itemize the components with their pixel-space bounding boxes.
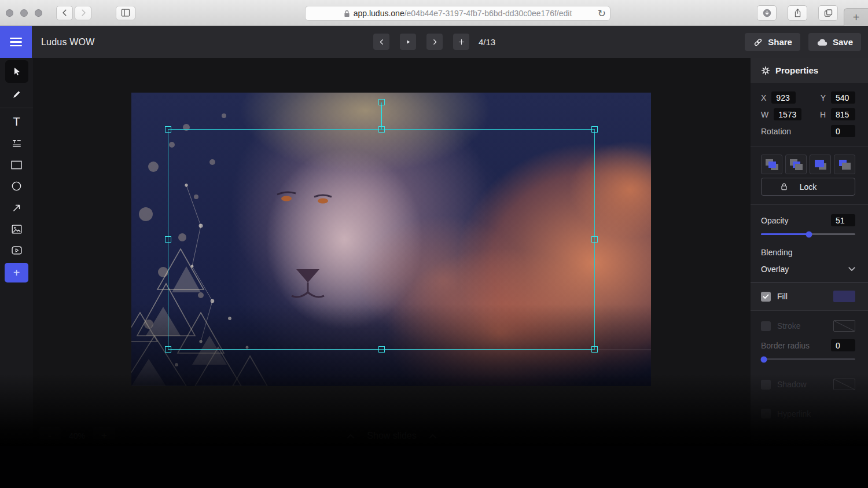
save-button[interactable]: Save xyxy=(808,33,861,51)
fill-color-swatch[interactable] xyxy=(833,291,855,302)
zoom-window-button[interactable] xyxy=(35,9,42,17)
padlock-icon xyxy=(780,182,788,191)
border-radius-label: Border radius xyxy=(761,341,810,350)
next-slide-button[interactable] xyxy=(426,34,443,50)
resize-handle-nw[interactable] xyxy=(165,126,171,133)
sidebar-toggle-button[interactable] xyxy=(116,6,135,20)
chevron-left-icon xyxy=(61,9,69,17)
share-page-button[interactable] xyxy=(788,5,807,21)
bring-forward-button[interactable] xyxy=(785,155,807,174)
editor-workspace[interactable]: - 40% + Show slides xyxy=(33,58,751,446)
shadow-color-swatch[interactable] xyxy=(833,379,855,390)
resize-handle-sw[interactable] xyxy=(165,346,171,353)
add-element-button[interactable]: + xyxy=(5,263,28,282)
text-styles-icon xyxy=(11,138,23,149)
tool-image[interactable] xyxy=(5,218,28,240)
tool-text-styles[interactable] xyxy=(5,133,28,154)
link-icon xyxy=(753,37,763,47)
lock-button[interactable]: Lock xyxy=(761,178,855,196)
layers-icon xyxy=(768,162,776,168)
url-path: /e04b44e7-3197-4fb7-b6bd-dd30c0ee176f/ed… xyxy=(404,9,572,18)
properties-panel: Properties X Y W H xyxy=(751,58,868,446)
x-input[interactable] xyxy=(771,91,796,104)
hyperlink-label: Hyperlink xyxy=(777,409,811,419)
resize-handle-n[interactable] xyxy=(378,126,385,133)
back-button[interactable] xyxy=(56,6,73,20)
resize-handle-ne[interactable] xyxy=(591,126,598,133)
resize-handle-s[interactable] xyxy=(378,346,385,353)
resize-handle-e[interactable] xyxy=(591,236,598,243)
opacity-slider[interactable] xyxy=(761,233,855,235)
rotation-handle[interactable] xyxy=(378,99,385,105)
previous-slide-button[interactable] xyxy=(373,34,389,50)
tabs-overview-button[interactable] xyxy=(818,5,838,21)
chevron-up-icon xyxy=(347,434,354,439)
selection-box[interactable] xyxy=(168,129,595,350)
rotation-input[interactable] xyxy=(831,125,855,137)
zoom-out-button[interactable]: - xyxy=(39,427,61,445)
bring-to-front-button[interactable] xyxy=(761,155,782,174)
app-header: Ludus WOW 4/13 Share Save xyxy=(0,26,868,58)
new-tab-button[interactable]: + xyxy=(844,8,868,26)
y-input[interactable] xyxy=(831,91,855,104)
tool-select[interactable] xyxy=(5,60,28,83)
https-lock-icon xyxy=(344,10,350,17)
share-icon xyxy=(793,8,802,18)
main-menu-button[interactable] xyxy=(0,26,32,58)
forward-button[interactable] xyxy=(75,6,91,20)
stroke-checkbox[interactable] xyxy=(761,321,771,331)
border-radius-slider-thumb[interactable] xyxy=(761,356,767,362)
resize-handle-w[interactable] xyxy=(165,236,171,243)
tool-video[interactable] xyxy=(5,240,28,261)
send-backward-button[interactable] xyxy=(810,155,831,174)
send-to-back-button[interactable] xyxy=(834,155,855,174)
close-window-button[interactable] xyxy=(6,9,13,17)
hamburger-icon xyxy=(10,38,22,39)
browser-chrome: app.ludus.one/e04b44e7-3197-4fb7-b6bd-dd… xyxy=(0,0,868,26)
image-icon xyxy=(11,224,23,234)
text-icon: T xyxy=(13,115,20,129)
share-button[interactable]: Share xyxy=(745,33,800,51)
url-domain: app.ludus.one xyxy=(354,9,404,18)
add-slide-button[interactable] xyxy=(453,34,469,50)
chevron-right-icon xyxy=(431,38,439,46)
fill-checkbox[interactable] xyxy=(761,292,771,302)
play-icon xyxy=(404,38,412,46)
blending-label: Blending xyxy=(761,248,855,257)
border-radius-input[interactable] xyxy=(831,339,855,351)
tool-rectangle[interactable] xyxy=(5,154,28,175)
chevron-left-icon xyxy=(378,38,385,46)
stroke-color-swatch[interactable] xyxy=(833,320,855,332)
cursor-icon xyxy=(11,66,22,77)
tool-text[interactable]: T xyxy=(5,111,28,133)
tool-arrow[interactable] xyxy=(5,197,28,218)
cloud-icon xyxy=(816,38,828,47)
presentation-title: Ludus WOW xyxy=(41,37,95,47)
sidebar-icon xyxy=(120,8,131,17)
blending-select[interactable]: Overlay xyxy=(761,265,855,274)
minimize-window-button[interactable] xyxy=(20,9,28,17)
pencil-icon xyxy=(12,89,22,100)
shadow-checkbox[interactable] xyxy=(761,380,771,390)
chevron-right-icon xyxy=(79,9,87,17)
show-slides-toggle[interactable]: Show slides xyxy=(347,431,436,441)
opacity-input[interactable] xyxy=(831,214,855,226)
height-input[interactable] xyxy=(831,108,855,120)
downloads-button[interactable] xyxy=(757,5,777,21)
toolbar-divider xyxy=(0,108,33,108)
plus-icon xyxy=(457,38,466,46)
reload-icon[interactable]: ↻ xyxy=(598,7,606,21)
opacity-slider-thumb[interactable] xyxy=(806,231,812,237)
address-bar[interactable]: app.ludus.one/e04b44e7-3197-4fb7-b6bd-dd… xyxy=(305,6,610,21)
tool-ellipse[interactable] xyxy=(5,175,28,197)
border-radius-slider[interactable] xyxy=(761,358,855,360)
zoom-in-button[interactable]: + xyxy=(93,427,115,445)
tabs-icon xyxy=(823,8,833,18)
width-input[interactable] xyxy=(774,108,801,120)
plus-icon: + xyxy=(853,11,860,24)
hyperlink-checkbox[interactable] xyxy=(761,409,771,419)
bottom-bar xyxy=(0,446,868,488)
resize-handle-se[interactable] xyxy=(591,346,598,353)
play-presentation-button[interactable] xyxy=(400,34,416,50)
tool-draw[interactable] xyxy=(5,83,28,105)
